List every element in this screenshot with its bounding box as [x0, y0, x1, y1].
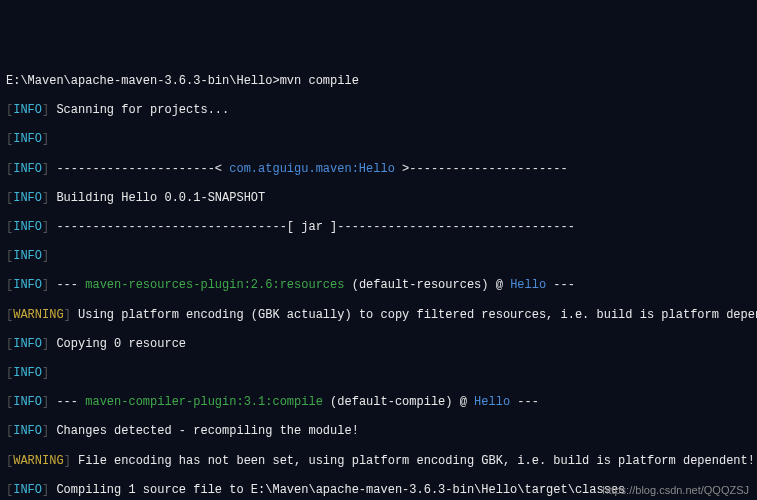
- watermark: https://blog.csdn.net/QQQZSJ: [602, 484, 749, 496]
- command-prompt: E:\Maven\apache-maven-3.6.3-bin\Hello>mv…: [6, 74, 359, 88]
- info-tag: INFO: [13, 103, 42, 117]
- warning-tag: WARNING: [13, 308, 63, 322]
- compiler-plugin: maven-compiler-plugin:3.1:compile: [85, 395, 323, 409]
- resources-plugin: maven-resources-plugin:2.6:resources: [85, 278, 344, 292]
- terminal-output: E:\Maven\apache-maven-3.6.3-bin\Hello>mv…: [6, 60, 751, 500]
- project-ga: com.atguigu.maven:Hello: [229, 162, 395, 176]
